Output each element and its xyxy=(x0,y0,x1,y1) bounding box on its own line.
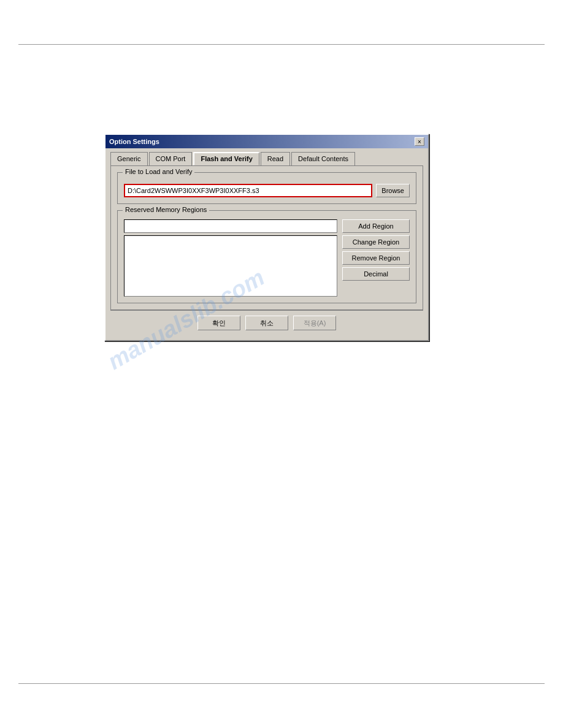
top-rule xyxy=(18,44,545,45)
apply-button[interactable]: 적용(A) xyxy=(293,316,337,330)
bottom-rule xyxy=(18,683,545,684)
region-list[interactable] xyxy=(124,235,337,297)
confirm-button[interactable]: 확인 xyxy=(197,316,240,330)
cancel-button[interactable]: 취소 xyxy=(245,316,288,330)
tab-bar: Generic COM Port Flash and Verify Read D… xyxy=(110,152,423,165)
close-button[interactable]: × xyxy=(415,137,424,146)
dialog-footer: 확인 취소 적용(A) xyxy=(110,310,423,335)
file-path-input[interactable] xyxy=(124,184,372,197)
change-region-button[interactable]: Change Region xyxy=(342,235,410,249)
region-buttons: Add Region Change Region Remove Region D… xyxy=(342,219,410,297)
region-content: Add Region Change Region Remove Region D… xyxy=(124,219,410,297)
tab-default-contents[interactable]: Default Contents xyxy=(291,152,355,165)
dialog-title: Option Settings xyxy=(109,138,159,145)
file-row: Browse xyxy=(124,184,410,197)
reserved-memory-group: Reserved Memory Regions Add Region Chang… xyxy=(117,210,416,303)
region-left-panel xyxy=(124,219,337,297)
region-text-input[interactable] xyxy=(124,219,337,233)
file-group-label: File to Load and Verify xyxy=(123,168,194,175)
tab-comport[interactable]: COM Port xyxy=(149,152,193,165)
reserved-memory-label: Reserved Memory Regions xyxy=(123,206,209,213)
add-region-button[interactable]: Add Region xyxy=(342,219,410,233)
remove-region-button[interactable]: Remove Region xyxy=(342,251,410,265)
tab-content-flash-verify: File to Load and Verify Browse Reserved … xyxy=(110,165,423,310)
file-group: File to Load and Verify Browse xyxy=(117,172,416,204)
browse-button[interactable]: Browse xyxy=(376,184,410,197)
dialog-titlebar: Option Settings × xyxy=(105,135,428,148)
tab-flash-and-verify[interactable]: Flash and Verify xyxy=(193,152,259,165)
option-settings-dialog: Option Settings × Generic COM Port Flash… xyxy=(104,134,429,341)
decimal-button[interactable]: Decimal xyxy=(342,267,410,281)
tab-read[interactable]: Read xyxy=(261,152,290,165)
dialog-body: Generic COM Port Flash and Verify Read D… xyxy=(105,148,428,340)
tab-generic[interactable]: Generic xyxy=(110,152,148,165)
